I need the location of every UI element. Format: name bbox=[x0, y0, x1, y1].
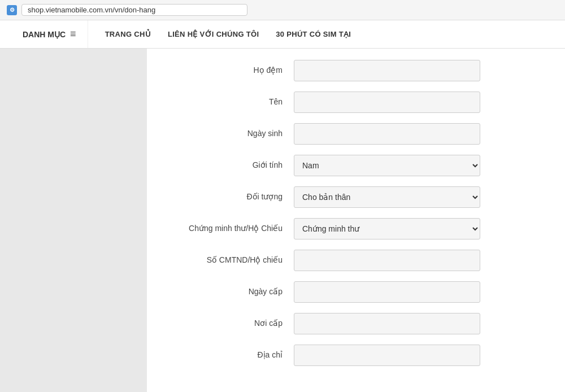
form-label: Đối tượng bbox=[181, 191, 294, 203]
form-row: Chứng minh thư/Hộ ChiếuChứng minh thưHộ … bbox=[181, 218, 531, 239]
form-label: Chứng minh thư/Hộ Chiếu bbox=[181, 223, 294, 234]
form-input-6[interactable] bbox=[294, 250, 480, 271]
form-input-8[interactable] bbox=[294, 313, 480, 334]
navbar: DANH MỤC ≡ TRANG CHỦ LIÊN HỆ VỚI CHÚNG T… bbox=[0, 20, 565, 49]
form-label: Giới tính bbox=[181, 160, 294, 171]
content-area: Họ đệmTênNgày sinhGiới tínhNamNữĐối tượn… bbox=[147, 49, 565, 392]
form-row: Nơi cấp bbox=[181, 313, 531, 334]
form-input-1[interactable] bbox=[294, 92, 480, 113]
form-label: Số CMTND/Hộ chiếu bbox=[181, 255, 294, 266]
form-row: Ngày sinh bbox=[181, 123, 531, 145]
main-layout: Họ đệmTênNgày sinhGiới tínhNamNữĐối tượn… bbox=[0, 49, 565, 392]
form-input-0[interactable] bbox=[294, 60, 480, 81]
form-row: Ngày cấp bbox=[181, 281, 531, 303]
danh-muc-label: DANH MỤC bbox=[23, 30, 66, 39]
form-row: Họ đệm bbox=[181, 60, 531, 81]
hamburger-icon: ≡ bbox=[70, 28, 76, 40]
form-label: Họ đệm bbox=[181, 65, 294, 76]
form-input-9[interactable] bbox=[294, 345, 480, 366]
form-row: Giới tínhNamNữ bbox=[181, 155, 531, 176]
browser-bar: ⚙ shop.vietnamobile.com.vn/vn/don-hang bbox=[0, 0, 565, 20]
nav-link-lien-he[interactable]: LIÊN HỆ VỚI CHÚNG TÔI bbox=[168, 30, 259, 38]
sidebar bbox=[0, 49, 147, 392]
form-select-4[interactable]: Cho bản thânCho người khác bbox=[294, 186, 480, 208]
form-row: Số CMTND/Hộ chiếu bbox=[181, 250, 531, 271]
form-select-5[interactable]: Chứng minh thưHộ chiếu bbox=[294, 218, 480, 239]
form-container: Họ đệmTênNgày sinhGiới tínhNamNữĐối tượn… bbox=[181, 60, 531, 366]
form-input-7[interactable] bbox=[294, 281, 480, 303]
form-label: Tên bbox=[181, 97, 294, 108]
nav-danh-muc[interactable]: DANH MỤC ≡ bbox=[11, 20, 88, 48]
nav-link-30-phut[interactable]: 30 PHÚT CÓ SIM TẠI bbox=[276, 30, 351, 38]
form-label: Ngày sinh bbox=[181, 128, 294, 140]
form-select-3[interactable]: NamNữ bbox=[294, 155, 480, 176]
form-label: Địa chỉ bbox=[181, 350, 294, 361]
form-input-2[interactable] bbox=[294, 123, 480, 145]
url-bar[interactable]: shop.vietnamobile.com.vn/vn/don-hang bbox=[21, 4, 247, 16]
form-label: Ngày cấp bbox=[181, 286, 294, 298]
form-row: Đối tượngCho bản thânCho người khác bbox=[181, 186, 531, 208]
form-label: Nơi cấp bbox=[181, 318, 294, 329]
nav-links: TRANG CHỦ LIÊN HỆ VỚI CHÚNG TÔI 30 PHÚT … bbox=[105, 20, 351, 48]
browser-icon: ⚙ bbox=[7, 5, 17, 15]
form-row: Tên bbox=[181, 92, 531, 113]
nav-link-trang-chu[interactable]: TRANG CHỦ bbox=[105, 30, 151, 38]
form-row: Địa chỉ bbox=[181, 345, 531, 366]
